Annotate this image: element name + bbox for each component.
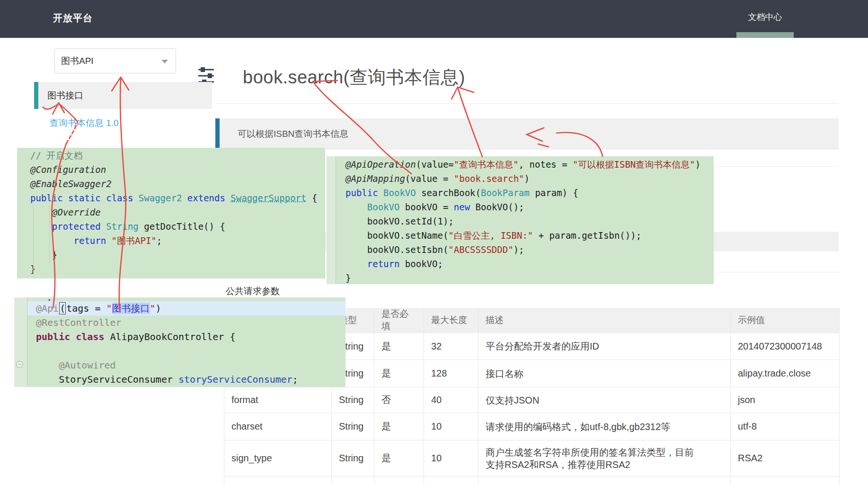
cell-type: String — [332, 413, 374, 440]
title-divider — [215, 103, 839, 104]
cell-name: sign_type — [224, 440, 332, 476]
table-row: charsetString是10请求使用的编码格式，如utf-8,gbk,gb2… — [224, 413, 839, 440]
cell-example — [731, 476, 839, 485]
sidebar-link-search-book[interactable]: 查询书本信息 1.0 — [50, 117, 119, 129]
code-block-controller-method: @ApiOperation(value="查询书本信息", notes = "可… — [327, 156, 714, 284]
cell-required: 是 — [374, 440, 424, 476]
page-title: book.search(查询书本信息) — [243, 65, 465, 90]
code-line: @Override — [17, 205, 325, 219]
cell-example: json — [731, 387, 839, 413]
code-line: bookVO.setId(1); — [336, 214, 714, 228]
code-block-swagger-config: // 开启文档@Configuration@EnableSwagger2publ… — [17, 148, 325, 278]
code-line: @ApiMapping(value = "book.search") — [336, 171, 714, 186]
cell-type: String — [332, 440, 374, 476]
cell-name — [224, 476, 332, 485]
cell-example: alipay.trade.close — [731, 360, 839, 387]
cell-description: 商户生成签名字符串所使用的签名算法类型，目前支持RSA2和RSA，推荐使用RSA… — [478, 440, 731, 476]
cell-example: RSA2 — [731, 440, 839, 476]
cell-description: 平台分配给开发者的应用ID — [478, 333, 731, 359]
code-line: @EnableSwagger2 — [17, 177, 325, 191]
code-line: BookVO bookVO = new BookVO(); — [336, 200, 714, 214]
cell-max_length: 128 — [424, 360, 478, 387]
code-line: protected String getDocTitle() { — [17, 219, 325, 234]
description-banner: 可以根据ISBN查询书本信息 — [215, 118, 839, 150]
cell-required — [374, 476, 424, 485]
code-line: StoryServiceConsumer storyServiceConsume… — [27, 372, 345, 386]
cell-example: 2014072300007148 — [731, 333, 839, 359]
app-title: 开放平台 — [53, 12, 93, 25]
table-row — [224, 476, 839, 485]
cell-max_length: 40 — [424, 387, 478, 413]
code-line: public class AlipayBookController { — [27, 330, 345, 344]
code-line: // 开启文档 — [17, 148, 325, 162]
banner-text: 可以根据ISBN查询书本信息 — [238, 118, 348, 150]
api-group-dropdown-value: 图书API — [61, 49, 94, 73]
cell-required: 是 — [374, 333, 424, 359]
tab-doc-center-label: 文档中心 — [736, 11, 794, 23]
cell-description: 请求使用的编码格式，如utf-8,gbk,gb2312等 — [478, 413, 731, 440]
code-line: @Api(tags = "图书接口") — [27, 301, 345, 315]
code-line: @ApiOperation(value="查询书本信息", notes = "可… — [336, 157, 714, 171]
table-row: formatString否40仅支持JSONjson — [224, 387, 839, 413]
code-line: return "图书API"; — [17, 234, 325, 248]
screen: 开放平台 文档中心 图书API 图书接口 查询书本信息 1.0 book.sea… — [0, 0, 868, 485]
header-cell: 是否必填 — [374, 308, 424, 332]
cell-example: utf-8 — [731, 413, 839, 440]
cell-max_length: 10 — [424, 440, 478, 476]
tab-active-indicator — [736, 32, 794, 38]
cell-name: format — [224, 387, 332, 413]
code-block-controller-class: − ， @Api(tags = "图书接口")@RestControllerpu… — [14, 297, 345, 387]
code-line: public static class Swagger2 extends Swa… — [17, 191, 325, 205]
cell-required: 是 — [374, 413, 424, 440]
chevron-down-icon — [161, 60, 168, 63]
table-row: sign_typeString是10商户生成签名字符串所使用的签名算法类型，目前… — [224, 440, 839, 476]
code-line: @RestController — [27, 315, 345, 330]
section-heading: 公共请求参数 — [226, 285, 280, 297]
sidebar-item-book-interface[interactable]: 图书接口 — [34, 82, 212, 109]
code-line: } — [17, 262, 325, 276]
code-line: @Configuration — [17, 162, 325, 177]
cell-type — [332, 476, 374, 485]
banner-left-bar — [215, 118, 220, 150]
cell-max_length — [424, 476, 478, 485]
sidebar-item-label: 图书接口 — [47, 82, 83, 109]
api-group-dropdown[interactable]: 图书API — [54, 48, 176, 73]
code-line: bookVO.setName("白雪公主, ISBN:" + param.get… — [336, 228, 714, 242]
cell-description: 接口名称 — [478, 360, 731, 387]
code-line — [27, 344, 345, 358]
cell-description: 仅支持JSON — [478, 387, 731, 413]
header-cell: 示例值 — [731, 308, 839, 332]
code-line: } — [336, 271, 714, 284]
code-line: @Autowired — [27, 358, 345, 372]
cell-max_length: 32 — [424, 333, 478, 359]
header-cell: 描述 — [478, 308, 731, 332]
code-line: public BookVO searchBook(BookParam param… — [336, 186, 714, 200]
cell-required: 是 — [374, 360, 424, 387]
tab-doc-center[interactable]: 文档中心 — [736, 0, 794, 38]
header-cell: 最大长度 — [424, 308, 478, 332]
cell-max_length: 10 — [424, 413, 478, 440]
cell-type: String — [332, 387, 374, 413]
top-navbar: 开放平台 文档中心 — [0, 0, 868, 38]
code-line: } — [17, 248, 325, 262]
cell-description — [478, 476, 731, 485]
code-line: bookVO.setIsbn("ABCSSSSDDD"); — [336, 242, 714, 257]
code-line: return bookVO; — [336, 257, 714, 271]
cell-required: 否 — [374, 387, 424, 413]
active-item-bar — [34, 82, 38, 109]
cell-name: charset — [224, 413, 332, 440]
